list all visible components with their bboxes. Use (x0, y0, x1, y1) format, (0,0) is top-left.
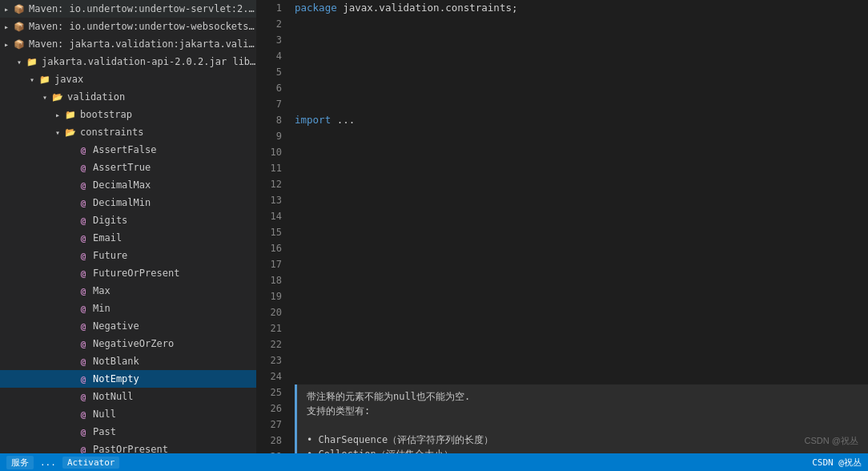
annotation-icon: @ (77, 443, 90, 453)
sidebar-item-PastOrPresent[interactable]: @PastOrPresent (0, 441, 256, 453)
tree-arrow: ▾ (26, 75, 38, 84)
sidebar-item-NegativeOrZero[interactable]: @NegativeOrZero (0, 335, 256, 352)
line-numbers: 1234567891011121314151617181920212223242… (256, 0, 288, 453)
sidebar-item-Null[interactable]: @Null (0, 405, 256, 423)
sidebar-item-Max[interactable]: @Max (0, 282, 256, 300)
folder-icon: 📁 (64, 108, 77, 121)
annotation-icon: @ (77, 267, 90, 280)
tree-label: NotEmpty (93, 373, 256, 384)
code-line-blank (295, 272, 868, 288)
tree-arrow: ▾ (51, 128, 64, 137)
sidebar-item-NotNull[interactable]: @NotNull (0, 388, 256, 405)
annotation-icon: @ (77, 284, 90, 297)
sidebar-item-bootstrap[interactable]: ▸📁bootstrap (0, 106, 256, 123)
maven-icon: 📦 (13, 20, 26, 33)
activator-button[interactable]: Activator (62, 457, 120, 469)
code-line-import: import ... (295, 112, 868, 128)
bottom-left: 服务 ... Activator (6, 456, 119, 469)
sidebar-item-Past[interactable]: @Past (0, 423, 256, 441)
sidebar-item-constraints[interactable]: ▾📂constraints (0, 123, 256, 141)
maven-icon: 📦 (13, 2, 26, 15)
code-line-blank (295, 160, 868, 176)
tree-label: Maven: io.undertow:undertow-websockets-j… (29, 21, 256, 32)
main-container: ▸📦Maven: io.undertow:undertow-servlet:2.… (0, 0, 868, 453)
tree-label: PastOrPresent (93, 444, 256, 453)
code-line-blank (295, 320, 868, 336)
sidebar-item-DecimalMax[interactable]: @DecimalMax (0, 176, 256, 194)
code-line-blank (295, 352, 868, 368)
tree-arrow: ▸ (51, 111, 64, 119)
code-line-blank (295, 208, 868, 224)
code-content[interactable]: package javax.validation.constraints;imp… (288, 0, 868, 453)
tree-label: javax (54, 74, 256, 85)
sidebar-item-maven3[interactable]: ▸📦Maven: jakarta.validation:jakarta.vali… (0, 35, 256, 53)
tree-label: AssertTrue (93, 162, 256, 173)
sidebar-item-NotBlank[interactable]: @NotBlank (0, 352, 256, 370)
annotation-icon: @ (77, 179, 90, 191)
sidebar-item-maven1[interactable]: ▸📦Maven: io.undertow:undertow-servlet:2.… (0, 0, 256, 18)
tree-label: Negative (93, 320, 256, 332)
tree-label: Maven: jakarta.validation:jakarta.valida… (29, 38, 256, 50)
tree-arrow: ▸ (0, 22, 13, 31)
annotation-icon: @ (77, 320, 90, 332)
code-line-blank (295, 288, 868, 304)
code-line-blank (295, 128, 868, 144)
code-line-blank (295, 176, 868, 192)
annotation-icon: @ (77, 372, 90, 385)
code-line-blank (295, 48, 868, 64)
sidebar-item-Email[interactable]: @Email (0, 229, 256, 247)
javadoc-item: • CharSequence（评估字符序列的长度） (307, 433, 858, 447)
sidebar-item-DecimalMin[interactable]: @DecimalMin (0, 194, 256, 211)
annotation-icon: @ (77, 143, 90, 156)
jar-icon: 📁 (26, 55, 38, 68)
bottom-dots: ... (40, 457, 56, 468)
javadoc-item: • Collection（评估集合大小） (307, 447, 858, 453)
code-line-blank (295, 32, 868, 48)
sidebar-item-javax[interactable]: ▾📁javax (0, 70, 256, 88)
folder-open-icon: 📂 (51, 91, 64, 103)
sidebar-item-AssertFalse[interactable]: @AssertFalse (0, 141, 256, 159)
annotation-icon: @ (77, 408, 90, 421)
tree-label: FutureOrPresent (93, 268, 256, 279)
code-line-blank (295, 336, 868, 352)
tree-label: DecimalMin (93, 197, 256, 208)
code-line-blank (295, 16, 868, 32)
code-line-package: package javax.validation.constraints; (295, 0, 868, 16)
tree-label: Min (93, 303, 256, 314)
javadoc-line2: 支持的类型有: (307, 404, 858, 418)
code-line-blank (295, 144, 868, 160)
service-button[interactable]: 服务 (6, 456, 34, 469)
sidebar-item-Future[interactable]: @Future (0, 247, 256, 264)
sidebar-item-AssertTrue[interactable]: @AssertTrue (0, 159, 256, 176)
tree-label: DecimalMax (93, 179, 256, 191)
annotation-icon: @ (77, 425, 90, 438)
javadoc-line1: 带注释的元素不能为null也不能为空. (307, 389, 858, 404)
tree-label: constraints (80, 127, 256, 138)
annotation-icon: @ (77, 161, 90, 174)
annotation-icon: @ (77, 355, 90, 368)
sidebar[interactable]: ▸📦Maven: io.undertow:undertow-servlet:2.… (0, 0, 256, 453)
sidebar-item-FutureOrPresent[interactable]: @FutureOrPresent (0, 264, 256, 282)
sidebar-item-Min[interactable]: @Min (0, 300, 256, 317)
bottom-bar: 服务 ... Activator CSDN @祝丛 (0, 453, 868, 471)
tree-label: bootstrap (80, 109, 256, 120)
tree-arrow: ▾ (13, 58, 26, 66)
annotation-icon: @ (77, 196, 90, 209)
tree-label: Digits (93, 215, 256, 226)
sidebar-item-jar1[interactable]: ▾📁jakarta.validation-api-2.0.2.jar libra… (0, 53, 256, 70)
tree-arrow: ▾ (38, 93, 51, 102)
sidebar-item-Negative[interactable]: @Negative (0, 317, 256, 335)
sidebar-item-maven2[interactable]: ▸📦Maven: io.undertow:undertow-websockets… (0, 18, 256, 35)
code-line-blank (295, 96, 868, 112)
annotation-icon: @ (77, 337, 90, 350)
tree-label: NegativeOrZero (93, 338, 256, 349)
watermark-bottom: CSDN @祝丛 (812, 457, 862, 469)
watermark: CSDN @祝丛 (805, 435, 858, 447)
code-line-blank (295, 256, 868, 272)
sidebar-item-validation[interactable]: ▾📂validation (0, 88, 256, 106)
code-line-blank (295, 192, 868, 208)
sidebar-item-Digits[interactable]: @Digits (0, 211, 256, 229)
tree-label: Email (93, 232, 256, 244)
folder-open-icon: 📂 (64, 126, 77, 139)
sidebar-item-NotEmpty[interactable]: @NotEmpty (0, 370, 256, 388)
